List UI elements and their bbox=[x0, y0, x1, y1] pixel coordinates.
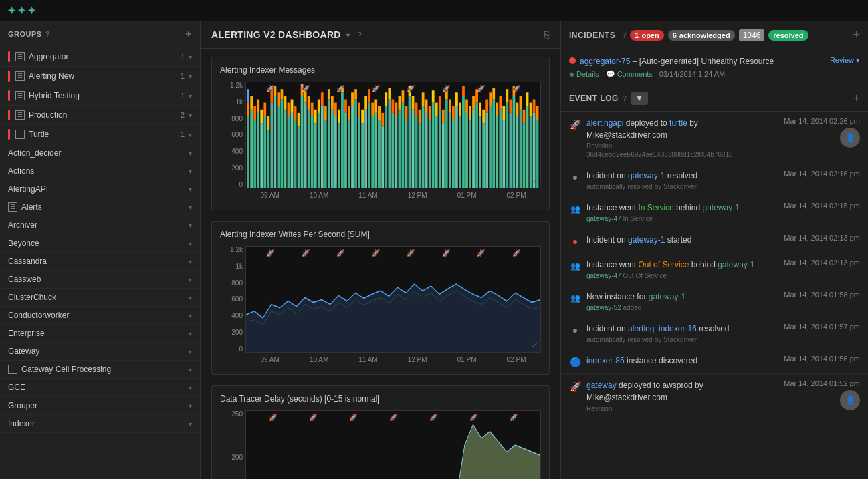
add-incident-button[interactable]: + bbox=[853, 28, 860, 42]
svg-rect-26 bbox=[284, 96, 287, 109]
sidebar-item-beyonce[interactable]: Beyonce ▾ bbox=[0, 234, 200, 253]
incidents-info-icon[interactable]: ? bbox=[622, 31, 626, 39]
svg-rect-46 bbox=[318, 113, 320, 188]
svg-rect-72 bbox=[361, 123, 364, 188]
groups-info-icon[interactable]: ? bbox=[45, 30, 50, 38]
indexer16-link[interactable]: alerting_indexer-16 bbox=[628, 324, 697, 333]
chart2-expand-icon[interactable]: ⤢ bbox=[532, 341, 538, 349]
sidebar-item-archiver[interactable]: Archiver ▾ bbox=[0, 216, 200, 234]
chart1-expand-icon[interactable]: ⤢ bbox=[532, 176, 538, 185]
indexer-label: Indexer bbox=[8, 419, 189, 428]
svg-rect-33 bbox=[298, 126, 300, 188]
sidebar-item-alerting-new[interactable]: ☰ Alerting New 1 ▾ bbox=[0, 67, 200, 86]
add-event-button[interactable]: + bbox=[853, 92, 860, 106]
sidebar-item-hybrid-testing[interactable]: ☰ Hybrid Testing 1 ▾ bbox=[0, 86, 200, 106]
gateway-arrow-icon: ▾ bbox=[189, 348, 192, 355]
gateway52-link[interactable]: gateway-52 bbox=[586, 304, 621, 311]
gateway1-link-2[interactable]: gateway-1 bbox=[702, 203, 739, 212]
share-icon[interactable]: ⎘ bbox=[544, 29, 550, 40]
event-time-0: Mar 14, 2014 02:26 pm bbox=[780, 117, 860, 125]
event-content-8: gateway deployed to awsprod by Mike@stac… bbox=[586, 379, 774, 412]
gateway47-link-2[interactable]: gateway-47 bbox=[586, 272, 621, 279]
revision-label-0: Revision: bbox=[586, 142, 774, 150]
svg-rect-7 bbox=[253, 106, 256, 120]
sidebar-item-conductorworker[interactable]: Conductorworker ▾ bbox=[0, 307, 200, 325]
conductorworker-label: Conductorworker bbox=[8, 311, 189, 320]
add-group-button[interactable]: + bbox=[185, 28, 192, 40]
archiver-arrow-icon: ▾ bbox=[189, 222, 192, 229]
svg-rect-41 bbox=[308, 96, 310, 109]
svg-rect-119 bbox=[439, 96, 441, 109]
svg-rect-161 bbox=[509, 99, 512, 112]
svg-rect-23 bbox=[281, 99, 284, 188]
event-text-0: alertingapi deployed to turtle by Mike@s… bbox=[586, 117, 774, 141]
alertingapi-link[interactable]: alertingapi bbox=[586, 118, 623, 128]
sidebar-item-gateway-cell-processing[interactable]: ☰ Gateway Cell Processing ▾ bbox=[0, 361, 200, 379]
event-sub-2: gateway-47 In Service bbox=[586, 215, 774, 222]
event-item-1: ● Incident on gateway-1 resolved automat… bbox=[561, 164, 868, 196]
chart-panel-writes-per-second: Alerting Indexer Writes Per Second [SUM]… bbox=[211, 221, 550, 375]
svg-rect-80 bbox=[374, 113, 377, 188]
action-decider-arrow-icon: ▾ bbox=[189, 150, 192, 157]
svg-rect-51 bbox=[324, 106, 327, 120]
sidebar-item-aggregator[interactable]: ☰ Aggregator 1 ▾ bbox=[0, 47, 200, 67]
svg-rect-134 bbox=[465, 113, 468, 188]
svg-rect-75 bbox=[364, 96, 367, 109]
svg-rect-173 bbox=[530, 103, 532, 116]
svg-rect-168 bbox=[523, 123, 526, 188]
sidebar-item-clusterchuck[interactable]: ClusterChuck ▾ bbox=[0, 289, 200, 307]
event-log-info-icon[interactable]: ? bbox=[623, 94, 627, 102]
resolved-count-badge: 1046 bbox=[739, 29, 765, 41]
indexer-arrow-icon: ▾ bbox=[189, 420, 192, 428]
ack-count: 6 bbox=[673, 31, 677, 39]
svg-rect-78 bbox=[371, 116, 374, 188]
sidebar-item-grouper[interactable]: Grouper ▾ bbox=[0, 397, 200, 415]
svg-rect-158 bbox=[506, 103, 508, 188]
incident-link[interactable]: aggregator-75 bbox=[580, 57, 630, 66]
indexer85-link[interactable]: indexer-85 bbox=[586, 356, 625, 365]
dashboard-info-icon[interactable]: ? bbox=[358, 31, 362, 39]
turtle-event-link[interactable]: turtle bbox=[669, 118, 687, 128]
incident-status-dot bbox=[569, 57, 576, 64]
gateway47-link[interactable]: gateway-47 bbox=[586, 215, 621, 222]
gateway1-link-4[interactable]: gateway-1 bbox=[718, 260, 754, 269]
svg-rect-157 bbox=[502, 106, 505, 120]
gateway-cell-processing-label: Gateway Cell Processing bbox=[21, 365, 189, 374]
svg-rect-47 bbox=[318, 99, 320, 112]
svg-rect-150 bbox=[492, 99, 495, 188]
resolved-label: resolved bbox=[773, 31, 803, 39]
production-arrow-icon: ▾ bbox=[189, 112, 192, 119]
sidebar-item-actions[interactable]: Actions ▾ bbox=[0, 162, 200, 180]
gateway1-link-3[interactable]: gateway-1 bbox=[628, 235, 665, 245]
sidebar-item-alertingapi[interactable]: AlertingAPI ▾ bbox=[0, 180, 200, 198]
gateway1-link-5[interactable]: gateway-1 bbox=[649, 292, 685, 301]
chart1-svg bbox=[246, 82, 540, 188]
svg-rect-19 bbox=[274, 96, 276, 188]
action-decider-label: Action_decider bbox=[8, 148, 189, 158]
grouper-arrow-icon: ▾ bbox=[189, 402, 192, 410]
sidebar-item-gateway[interactable]: Gateway ▾ bbox=[0, 343, 200, 361]
gateway1-link-1[interactable]: gateway-1 bbox=[628, 171, 665, 180]
gateway-deploy-link[interactable]: gateway bbox=[586, 381, 617, 390]
sidebar-item-gce[interactable]: GCE ▾ bbox=[0, 379, 200, 397]
sidebar-item-production[interactable]: ☰ Production 2 ▾ bbox=[0, 106, 200, 125]
sidebar-item-action-decider[interactable]: Action_decider ▾ bbox=[0, 144, 200, 162]
review-button[interactable]: Review ▾ bbox=[830, 56, 860, 65]
event-red-dot-icon: ● bbox=[569, 235, 581, 247]
event-log-filter-button[interactable]: ▼ bbox=[631, 92, 648, 105]
resolved-badge[interactable]: resolved bbox=[768, 30, 808, 41]
svg-rect-84 bbox=[381, 126, 384, 188]
sidebar-item-cassweb[interactable]: Cassweb ▾ bbox=[0, 271, 200, 289]
details-link[interactable]: ◈ Details bbox=[569, 70, 599, 79]
sidebar-item-enterprise[interactable]: Enterprise ▾ bbox=[0, 325, 200, 343]
sidebar-item-indexer[interactable]: Indexer ▾ bbox=[0, 415, 200, 433]
dashboard-dropdown-icon[interactable]: ▾ bbox=[346, 31, 350, 39]
open-badge[interactable]: 1 open bbox=[630, 30, 663, 41]
sidebar-item-alerts[interactable]: ☰ Alerts ▾ bbox=[0, 198, 200, 216]
sidebar-item-turtle[interactable]: ☰ Turtle 1 ▾ bbox=[0, 125, 200, 144]
incident-item-0: aggregator-75 – [Auto-generated] Unhealt… bbox=[561, 49, 868, 86]
chart2-main: 🚀 🚀 🚀 🚀 🚀 🚀 🚀 🚀 bbox=[245, 246, 541, 353]
sidebar-item-cassandra[interactable]: Cassandra ▾ bbox=[0, 253, 200, 271]
acknowledged-badge[interactable]: 6 acknowledged bbox=[668, 30, 735, 41]
comments-link[interactable]: 💬 Comments bbox=[606, 70, 653, 79]
